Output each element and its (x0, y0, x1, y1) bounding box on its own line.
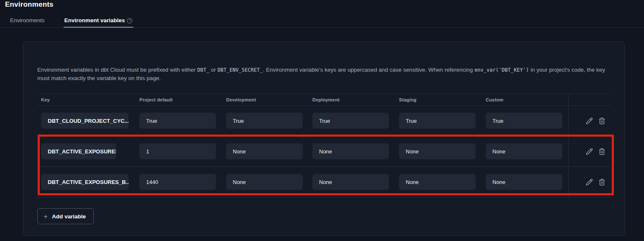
tab-bar: Environments Environment variables? (0, 16, 644, 28)
column-header-staging: Staging (399, 97, 417, 102)
table-row: DBT_ACTIVE_EXPOSURES_B... 1440 None None… (37, 167, 611, 197)
development-value-field: None (226, 143, 303, 159)
edit-variable-button[interactable] (585, 117, 593, 125)
tab-environment-variables[interactable]: Environment variables? (64, 17, 134, 28)
edit-variable-button[interactable] (585, 148, 593, 155)
row-actions (585, 106, 605, 136)
add-variable-label: Add variable (52, 213, 86, 220)
plus-icon: + (44, 213, 48, 220)
code-dbt-prefix: DBT_ (197, 67, 209, 73)
table-row: DBT_CLOUD_PROJECT_CYC... True True True … (37, 106, 611, 136)
variable-key-field: DBT_ACTIVE_EXPOSURES_B... (41, 174, 129, 190)
staging-value-field: None (399, 174, 476, 190)
variables-table: Key Project default Development Deployme… (37, 93, 611, 197)
row-actions (585, 136, 605, 167)
column-header-deployment: Deployment (312, 97, 340, 102)
project-default-value-field: 1 (139, 143, 216, 159)
deployment-value-field: None (312, 174, 389, 190)
pencil-icon (586, 148, 593, 155)
custom-value-field: None (486, 174, 562, 190)
table-row: DBT_ACTIVE_EXPOSURES 1 None None None No… (37, 136, 611, 167)
project-default-value-field: 1440 (139, 174, 216, 190)
add-variable-button[interactable]: + Add variable (37, 208, 94, 224)
development-value-field: None (226, 174, 303, 190)
environment-variables-panel: Environment variables in dbt Cloud must … (23, 41, 625, 236)
row-actions (585, 167, 605, 197)
staging-value-field: True (399, 113, 476, 129)
pencil-icon (586, 179, 593, 186)
custom-value-field: None (486, 143, 562, 159)
description-text: or (209, 67, 218, 73)
custom-value-field: True (486, 113, 562, 129)
delete-variable-button[interactable] (598, 148, 605, 155)
edit-variable-button[interactable] (585, 179, 593, 186)
table-header-row: Key Project default Development Deployme… (37, 93, 611, 106)
panel-description: Environment variables in dbt Cloud must … (37, 66, 612, 83)
variable-key-field: DBT_CLOUD_PROJECT_CYC... (41, 113, 129, 129)
help-icon[interactable]: ? (127, 18, 132, 23)
code-env-var-example: env_var('DBT_KEY') (474, 67, 529, 73)
deployment-value-field: None (312, 143, 389, 159)
deployment-value-field: True (312, 113, 389, 129)
project-default-value-field: True (139, 113, 216, 129)
trash-icon (598, 179, 605, 186)
delete-variable-button[interactable] (598, 117, 605, 125)
column-header-custom: Custom (486, 97, 503, 102)
description-text: . Environment variable's keys are upperc… (263, 67, 474, 73)
development-value-field: True (226, 113, 303, 129)
staging-value-field: None (399, 143, 476, 159)
trash-icon (598, 148, 605, 155)
delete-variable-button[interactable] (598, 179, 605, 186)
column-header-development: Development (226, 97, 256, 102)
tab-label: Environment variables (64, 17, 125, 23)
column-header-project-default: Project default (139, 97, 173, 102)
pencil-icon (586, 117, 593, 124)
variable-key-field: DBT_ACTIVE_EXPOSURES (41, 143, 116, 159)
code-dbt-env-secret-prefix: DBT_ENV_SECRET_ (217, 67, 263, 73)
page-title: Environments (5, 0, 54, 9)
description-text: Environment variables in dbt Cloud must … (37, 67, 197, 73)
tab-environments[interactable]: Environments (9, 17, 46, 27)
column-header-key: Key (41, 97, 50, 102)
trash-icon (598, 117, 605, 124)
